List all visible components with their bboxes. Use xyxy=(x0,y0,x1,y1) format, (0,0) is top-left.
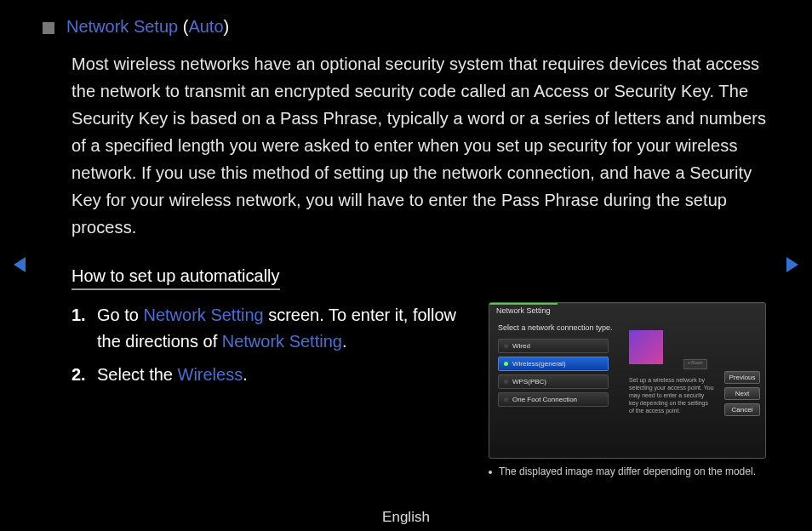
step-1-link-1: Network Setting xyxy=(143,305,263,324)
step-1: 1. Go to Network Setting screen. To ente… xyxy=(71,302,465,355)
step-2-post: . xyxy=(243,365,248,384)
led-icon xyxy=(504,344,508,348)
tv-right-pane: n Room Set up a wireless network by sele… xyxy=(629,330,714,415)
heading-paren-close: ) xyxy=(224,17,230,36)
sub-heading: How to set up automatically xyxy=(71,266,280,290)
tv-option-wired-label: Wired xyxy=(512,342,530,350)
step-2-link: Wireless xyxy=(178,365,243,384)
screenshot-caption: The displayed image may differ depending… xyxy=(499,465,756,477)
step-2: 2. Select the Wireless. xyxy=(71,362,465,388)
tv-options-list: Wired Wireless(general) WPS(PBC) One Foo… xyxy=(489,339,617,407)
tv-option-wireless-label: Wireless(general) xyxy=(512,360,566,368)
step-1-link-2: Network Setting xyxy=(222,332,342,351)
led-icon xyxy=(504,397,508,402)
tv-option-onefoot: One Foot Connection xyxy=(498,392,609,407)
tv-option-onefoot-label: One Foot Connection xyxy=(512,396,577,403)
tv-description: Set up a wireless network by selecting y… xyxy=(629,376,714,414)
chevron-right-icon xyxy=(786,257,798,272)
body-paragraph: Most wireless networks have an optional … xyxy=(71,50,769,241)
step-1-pre: Go to xyxy=(97,305,143,324)
tv-thumbnail-icon xyxy=(629,330,663,364)
led-icon xyxy=(504,362,508,366)
heading-mode: Auto xyxy=(188,17,223,36)
tv-option-wireless: Wireless(general) xyxy=(498,357,609,371)
tv-option-wired: Wired xyxy=(498,339,609,353)
tv-option-wps: WPS(PBC) xyxy=(498,374,609,389)
step-1-body: Go to Network Setting screen. To enter i… xyxy=(97,302,465,355)
tv-next-button: Next xyxy=(724,387,760,400)
step-2-body: Select the Wireless. xyxy=(97,362,465,388)
tv-tab-network-setting: Network Setting xyxy=(489,303,558,317)
chevron-left-icon xyxy=(14,257,26,272)
tv-tab-bar: Network Setting xyxy=(489,303,765,317)
tv-router-icon: n Room xyxy=(683,359,707,369)
section-heading-row: Network Setup (Auto) xyxy=(43,17,769,37)
heading-title: Network Setup xyxy=(66,17,178,36)
tv-button-group: Previous Next Cancel xyxy=(724,371,760,416)
section-heading: Network Setup (Auto) xyxy=(66,17,229,37)
step-1-post: . xyxy=(342,332,347,351)
tv-tab-inactive xyxy=(558,303,765,317)
heading-paren-open: ( xyxy=(178,17,188,36)
tv-option-wps-label: WPS(PBC) xyxy=(512,378,546,385)
screenshot-caption-row: The displayed image may differ depending… xyxy=(489,465,769,477)
embedded-screenshot: Network Setting Select a network connect… xyxy=(489,302,766,459)
led-icon xyxy=(504,380,508,384)
nav-next[interactable] xyxy=(786,257,798,272)
nav-previous[interactable] xyxy=(14,257,26,272)
step-2-number: 2. xyxy=(71,362,90,388)
step-1-number: 1. xyxy=(71,302,90,355)
tv-cancel-button: Cancel xyxy=(724,403,760,416)
tv-previous-button: Previous xyxy=(724,371,760,384)
tv-prompt: Select a network connection type. xyxy=(489,317,765,339)
heading-bullet-icon xyxy=(43,22,54,34)
caption-bullet-icon xyxy=(489,471,492,474)
footer-language: English xyxy=(0,509,812,526)
step-2-pre: Select the xyxy=(97,365,178,384)
